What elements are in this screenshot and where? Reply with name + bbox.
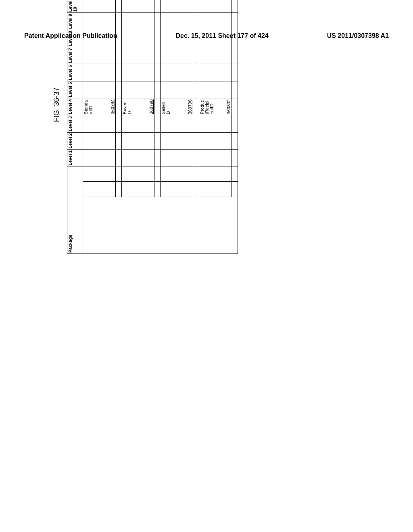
- col-level10: Level 10: [67, 0, 83, 13]
- level4-ref: 360802: [226, 99, 231, 114]
- level4-value: SellerID: [161, 99, 171, 114]
- header-right: US 2011/0307398 A1: [327, 32, 389, 39]
- col-level8: Level 8: [67, 30, 83, 47]
- col-level3: Level 3: [67, 115, 83, 132]
- level4-ref: 360784: [110, 99, 115, 114]
- col-package: Package: [67, 166, 83, 254]
- level4-value: BuyerID: [122, 99, 132, 114]
- table-row: StandardID360784 0..N360786 ProductCateg…: [83, 0, 116, 254]
- col-level6: Level 6: [67, 64, 83, 81]
- level4-ref: 360796: [188, 99, 192, 114]
- col-level4: Level 4: [67, 98, 83, 115]
- level4-value: StandardID: [83, 99, 93, 114]
- col-level2: Level 2: [67, 132, 83, 149]
- figure-caption: FIG. 36-37: [52, 0, 61, 254]
- col-level7: Level 7: [67, 47, 83, 64]
- level4-value: ProductRecipientID: [200, 99, 214, 114]
- col-level9: Level 9: [67, 13, 83, 30]
- data-table: Package Level 1 Level 2 Level 3 Level 4 …: [67, 0, 238, 254]
- level4-ref: 360790: [149, 99, 154, 114]
- col-level5: Level 5: [67, 81, 83, 98]
- col-level1: Level 1: [67, 150, 83, 166]
